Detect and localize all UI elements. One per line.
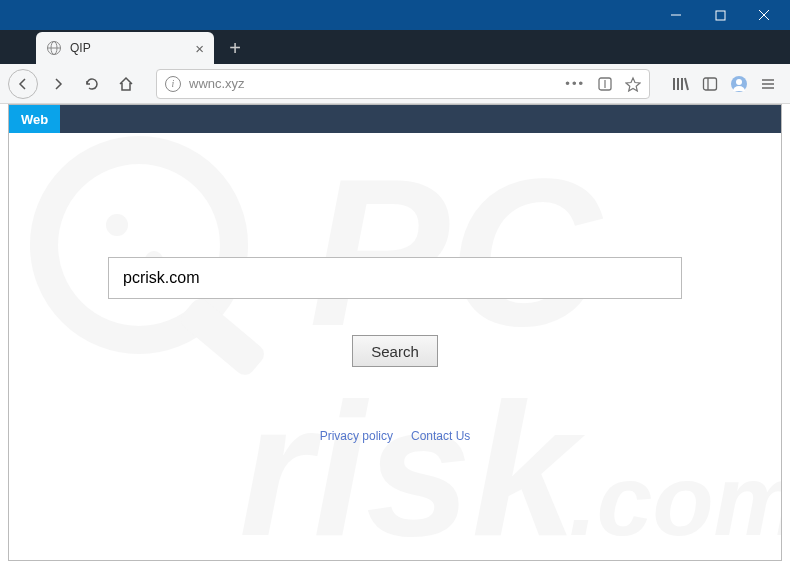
minimize-button[interactable] <box>654 0 698 30</box>
tab-strip: QIP × + <box>0 30 790 64</box>
contact-link[interactable]: Contact Us <box>411 429 470 443</box>
profile-icon[interactable] <box>730 75 748 93</box>
category-bar: Web <box>9 105 781 133</box>
home-button[interactable] <box>112 70 140 98</box>
svg-text:.com: .com <box>569 444 781 556</box>
bookmark-star-icon[interactable] <box>625 76 641 92</box>
page-content: PC risk .com Web Search Privacy policy C… <box>8 104 782 561</box>
svg-rect-12 <box>704 78 717 90</box>
forward-button[interactable] <box>44 70 72 98</box>
back-button[interactable] <box>8 69 38 99</box>
browser-toolbar: i wwnc.xyz ••• <box>0 64 790 104</box>
close-window-button[interactable] <box>742 0 786 30</box>
library-icon[interactable] <box>672 76 690 92</box>
svg-point-15 <box>736 79 742 85</box>
browser-tab[interactable]: QIP × <box>36 32 214 64</box>
more-actions-icon[interactable]: ••• <box>565 76 585 91</box>
footer-links: Privacy policy Contact Us <box>320 429 471 443</box>
search-button[interactable]: Search <box>352 335 438 367</box>
svg-line-11 <box>685 78 688 90</box>
site-info-icon[interactable]: i <box>165 76 181 92</box>
tab-title: QIP <box>70 41 91 55</box>
web-category-tab[interactable]: Web <box>9 105 60 133</box>
sidebar-icon[interactable] <box>702 76 718 92</box>
reader-mode-icon[interactable] <box>597 76 613 92</box>
globe-icon <box>46 40 62 56</box>
close-tab-button[interactable]: × <box>195 40 204 57</box>
svg-rect-1 <box>716 11 725 20</box>
new-tab-button[interactable]: + <box>222 35 248 61</box>
url-bar[interactable]: i wwnc.xyz ••• <box>156 69 650 99</box>
menu-icon[interactable] <box>760 76 776 92</box>
window-titlebar <box>0 0 790 30</box>
url-text: wwnc.xyz <box>189 76 245 91</box>
reload-button[interactable] <box>78 70 106 98</box>
search-input[interactable] <box>108 257 682 299</box>
privacy-link[interactable]: Privacy policy <box>320 429 393 443</box>
maximize-button[interactable] <box>698 0 742 30</box>
